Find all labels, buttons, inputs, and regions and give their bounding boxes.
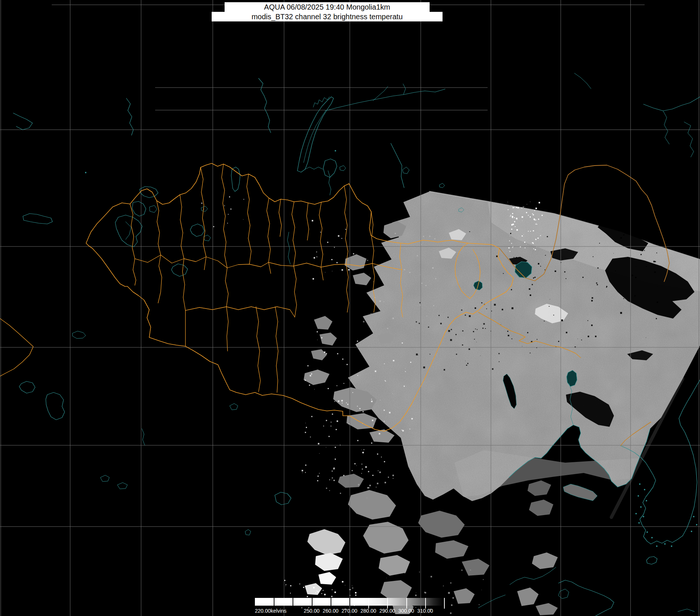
warm-speckles — [430, 354, 430, 355]
cloud-speckles — [392, 475, 394, 476]
islet — [640, 506, 642, 508]
cloud-speckles — [461, 570, 462, 571]
snow-speckles — [533, 230, 534, 231]
cloud-speckles — [312, 220, 313, 221]
islet — [335, 150, 336, 152]
warm-speckles — [566, 278, 566, 279]
cloud-speckles — [375, 371, 376, 372]
cloud-gray-patch — [345, 254, 366, 270]
cloud-gray-patch — [311, 349, 327, 360]
cloud-field — [517, 588, 539, 606]
cloud-speckles — [228, 214, 229, 215]
snow-speckles — [513, 207, 514, 208]
cloud-speckles — [306, 427, 307, 428]
warm-speckles — [593, 256, 594, 257]
warm-speckles — [423, 367, 425, 368]
lake — [190, 224, 204, 236]
colorbar-tick — [293, 598, 293, 606]
islet — [656, 545, 658, 547]
warm-speckles — [561, 319, 563, 321]
cloud-speckles — [224, 205, 225, 206]
snow-speckles — [523, 207, 524, 207]
cloud-speckles — [402, 430, 402, 430]
cloud-speckles — [284, 580, 285, 581]
warm-speckles — [599, 243, 600, 244]
islet — [671, 545, 672, 547]
warm-speckles — [577, 338, 578, 339]
snow-speckles — [536, 219, 536, 220]
warm-speckles — [623, 234, 624, 235]
warm-speckles — [465, 314, 466, 316]
cloud-speckles — [410, 429, 410, 429]
islet — [651, 537, 653, 538]
river — [325, 89, 445, 111]
cloud-speckles — [384, 421, 385, 422]
cloud-speckles — [413, 235, 413, 235]
warm-speckles — [544, 321, 544, 321]
warm-speckles — [461, 310, 462, 311]
cloud-speckles — [426, 245, 426, 245]
colorbar-tick — [406, 598, 407, 609]
snow-speckles — [534, 210, 535, 211]
snow-speckles — [536, 223, 537, 223]
cloud-speckles — [368, 487, 369, 489]
cloud-field — [315, 553, 343, 571]
lake — [23, 214, 52, 224]
warm-speckles — [485, 328, 486, 329]
warm-speckles — [547, 236, 548, 237]
aimag-boundary — [267, 198, 271, 273]
cloud-speckles — [372, 420, 373, 421]
warm-speckles — [641, 242, 641, 242]
warm-speckles — [656, 252, 657, 253]
cloud-speckles — [346, 402, 347, 403]
lake — [230, 404, 238, 410]
cloud-speckles — [318, 476, 319, 477]
cloud-speckles — [371, 401, 373, 402]
cloud-speckles — [384, 410, 385, 411]
cloud-speckles — [286, 584, 286, 585]
cloud-speckles — [320, 232, 321, 232]
warm-speckles — [654, 272, 656, 273]
cloud-speckles — [383, 302, 384, 302]
cloud-speckles — [393, 360, 395, 361]
cloud-speckles — [331, 422, 331, 422]
cloud-speckles — [305, 380, 306, 381]
cloud-speckles — [380, 400, 380, 401]
warm-speckles — [499, 353, 500, 354]
cloud-speckles — [405, 371, 406, 372]
warm-speckles — [416, 321, 417, 323]
cloud-speckles — [417, 255, 418, 256]
warm-speckles — [482, 328, 484, 329]
cloud-speckles — [427, 316, 427, 316]
snow-speckles — [533, 248, 534, 249]
cloud-speckles — [317, 331, 318, 332]
warm-speckles — [503, 273, 504, 274]
snow-speckles — [510, 216, 511, 217]
aimag-boundary — [201, 167, 206, 270]
river — [142, 429, 145, 445]
snow-speckles — [510, 251, 511, 252]
warm-speckles — [620, 237, 622, 239]
cloud-speckles — [305, 423, 306, 423]
cloud-speckles — [421, 283, 423, 284]
cloud-speckles — [363, 449, 364, 450]
snow-speckles — [523, 234, 524, 235]
cloud-speckles — [378, 470, 379, 471]
cloud-speckles — [386, 496, 387, 497]
snow-speckles — [536, 247, 537, 247]
warm-speckles — [477, 342, 477, 342]
cloud-speckles — [404, 269, 405, 270]
warm-speckles — [545, 255, 546, 256]
lake — [201, 206, 208, 211]
cloud-speckles — [346, 364, 348, 365]
cloud-speckles — [317, 340, 318, 340]
cloud-speckles — [300, 583, 300, 584]
cloud-speckles — [334, 592, 336, 593]
aimag-boundary — [180, 195, 185, 346]
cloud-field — [435, 540, 468, 559]
colorbar-tick — [444, 598, 445, 609]
cloud-speckles — [404, 573, 405, 574]
cloud-speckles — [337, 262, 338, 263]
snow-speckles — [512, 217, 513, 218]
coast-korea-south — [651, 536, 683, 544]
